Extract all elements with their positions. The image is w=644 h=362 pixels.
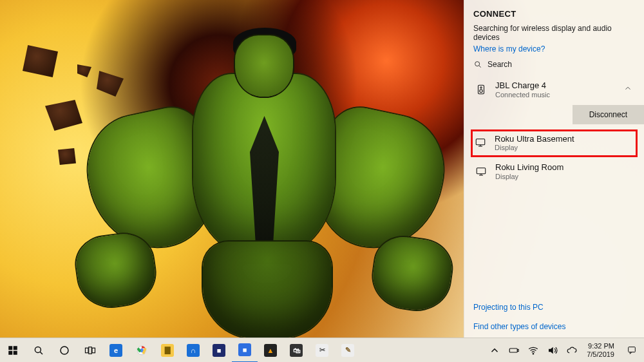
device-name: Roku Living Room — [495, 162, 617, 173]
device-name: Roku Ultra Basement — [495, 134, 618, 144]
task-view-icon — [84, 345, 96, 356]
svg-line-16 — [40, 352, 43, 354]
svg-rect-13 — [8, 350, 12, 354]
clock-time: 9:32 PM — [588, 342, 614, 350]
windows-icon — [7, 345, 19, 356]
battery-status[interactable] — [504, 338, 524, 363]
search-icon — [473, 60, 482, 69]
svg-point-0 — [475, 62, 480, 66]
debris — [58, 148, 76, 165]
cortana-icon — [59, 345, 70, 356]
svg-rect-24 — [518, 349, 519, 351]
connect-title: CONNECT — [473, 9, 635, 19]
action-center-icon — [627, 345, 637, 356]
start-button[interactable] — [0, 338, 26, 363]
chevron-up-icon — [489, 345, 500, 356]
svg-rect-8 — [477, 168, 486, 174]
svg-point-3 — [480, 87, 482, 88]
taskbar-app-snip[interactable]: ✂ — [309, 338, 335, 363]
taskbar-app-feather[interactable]: ✎ — [335, 338, 361, 363]
connect-panel: CONNECT Searching for wireless display a… — [464, 0, 644, 338]
battery-icon — [508, 345, 520, 356]
find-other-devices-link[interactable]: Find other types of devices — [473, 322, 635, 331]
taskbar-pinned: e ▇ ∩ ■ ■ ▲ 🛍 ✂ ✎ — [0, 338, 361, 362]
taskbar-search[interactable] — [26, 338, 52, 363]
search-icon — [33, 345, 44, 356]
debris — [77, 64, 91, 77]
cloud-icon — [566, 345, 578, 356]
wallpaper-hulk — [64, 16, 460, 338]
wifi-status[interactable] — [524, 338, 543, 363]
tray-overflow-button[interactable] — [485, 338, 504, 363]
wifi-icon — [527, 345, 539, 356]
svg-point-25 — [533, 353, 534, 354]
svg-rect-23 — [509, 348, 517, 352]
edge-app[interactable]: e — [103, 338, 129, 363]
projecting-to-this-pc-link[interactable]: Projecting to this PC — [473, 303, 635, 312]
svg-rect-20 — [92, 348, 95, 353]
device-name: JBL Charge 4 — [495, 81, 617, 91]
device-sub: Display — [495, 144, 618, 151]
speaker-icon — [475, 83, 488, 96]
svg-rect-14 — [14, 350, 17, 354]
connected-device-jbl[interactable]: JBL Charge 4 Connected music — [473, 75, 635, 104]
chrome-app[interactable] — [129, 338, 155, 363]
chrome-icon — [136, 345, 147, 356]
svg-rect-12 — [14, 346, 17, 350]
volume-icon — [547, 345, 558, 356]
action-center-button[interactable] — [620, 345, 644, 356]
clock-date: 7/5/2019 — [587, 350, 614, 359]
task-view-button[interactable] — [77, 338, 103, 363]
search-input[interactable]: Search — [473, 60, 635, 69]
taskbar-app-warning[interactable]: ▲ — [258, 338, 283, 363]
onedrive-status[interactable] — [562, 338, 582, 363]
taskbar-app-headphones[interactable]: ∩ — [180, 338, 206, 363]
file-explorer-app[interactable]: ▇ — [155, 338, 180, 363]
svg-rect-27 — [629, 347, 636, 352]
taskbar-app-blue-active[interactable]: ■ — [232, 338, 258, 363]
device-sub: Display — [495, 173, 617, 180]
device-roku-ultra-basement[interactable]: Roku Ultra Basement Display — [471, 129, 638, 158]
taskbar-app-darkblue[interactable]: ■ — [206, 338, 232, 363]
svg-rect-5 — [476, 139, 485, 145]
connect-status: Searching for wireless display and audio… — [473, 24, 635, 42]
svg-point-15 — [35, 347, 41, 352]
device-sub: Connected music — [495, 91, 617, 99]
svg-point-17 — [61, 347, 68, 354]
svg-line-1 — [479, 66, 481, 68]
device-roku-living-room[interactable]: Roku Living Room Display — [473, 157, 635, 186]
search-label: Search — [488, 60, 512, 69]
svg-rect-18 — [86, 348, 89, 353]
display-icon — [474, 136, 487, 149]
taskbar: e ▇ ∩ ■ ■ ▲ 🛍 ✂ ✎ 9:32 PM 7/5/2019 — [0, 338, 644, 362]
svg-marker-26 — [549, 347, 553, 354]
svg-rect-11 — [8, 346, 12, 350]
cortana-button[interactable] — [52, 338, 77, 363]
disconnect-button[interactable]: Disconnect — [573, 105, 644, 124]
taskbar-clock[interactable]: 9:32 PM 7/5/2019 — [582, 342, 620, 358]
where-is-my-device-link[interactable]: Where is my device? — [473, 44, 635, 53]
system-tray: 9:32 PM 7/5/2019 — [485, 338, 644, 362]
microsoft-store-app[interactable]: 🛍 — [283, 338, 309, 363]
volume-status[interactable] — [543, 338, 562, 363]
svg-point-4 — [480, 90, 483, 93]
display-icon — [475, 165, 488, 178]
chevron-up-icon — [623, 84, 634, 95]
debris — [45, 100, 82, 131]
debris — [23, 45, 58, 77]
svg-rect-19 — [89, 347, 92, 354]
debris — [97, 71, 124, 97]
